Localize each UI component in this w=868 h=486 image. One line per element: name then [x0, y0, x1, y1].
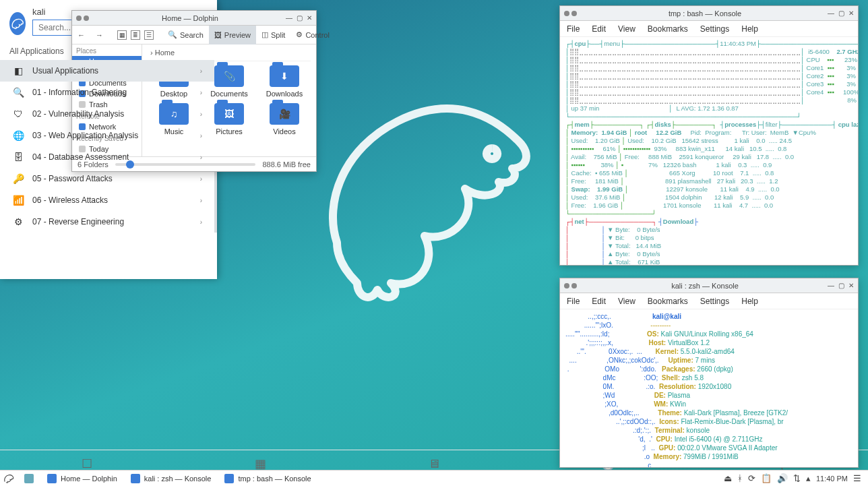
nav-back-button[interactable]: ← [72, 26, 90, 44]
maximize-icon[interactable]: ▢ [838, 282, 844, 289]
task-button[interactable]: Home — Dolphin [40, 470, 124, 487]
category-item[interactable]: 🔍01 - Information Gathering› [0, 82, 214, 103]
nav-fwd-button[interactable]: → [90, 26, 108, 44]
clock[interactable]: 11:40 PM [816, 475, 848, 483]
breadcrumb[interactable]: › Home [148, 47, 311, 61]
category-label: 03 - Web Application Analysis [32, 131, 138, 140]
view-mode-buttons[interactable]: ▦≣☰ [111, 26, 160, 44]
volume-icon[interactable]: 🔊 [777, 473, 788, 483]
minimize-icon[interactable]: — [286, 14, 292, 22]
category-icon: 🔍 [12, 86, 24, 98]
gear-icon: ⚙ [296, 30, 303, 39]
kali-dragon-icon [10, 16, 25, 31]
minimize-icon[interactable]: — [828, 282, 834, 289]
category-item[interactable]: 🛡02 - Vulnerability Analysis› [0, 103, 214, 125]
menu-file[interactable]: File [567, 297, 580, 306]
free-space: 888.6 MiB free [262, 160, 311, 169]
menu-help[interactable]: Help [741, 24, 758, 34]
search-button[interactable]: 🔍Search [162, 26, 209, 44]
places-header: Places [72, 44, 142, 56]
bluetooth-icon[interactable]: ᚼ [737, 473, 743, 483]
chevron-right-icon: › [200, 111, 202, 118]
usb-icon[interactable]: ⏏ [724, 473, 732, 483]
task-label: tmp : bash — Konsole [238, 475, 311, 483]
category-label: 02 - Vulnerability Analysis [32, 109, 124, 119]
menu-file[interactable]: File [567, 24, 580, 34]
search-icon: 🔍 [168, 30, 177, 39]
category-icon: 📶 [12, 194, 24, 206]
dolphin-title: Home — Dolphin [94, 14, 286, 22]
category-item[interactable]: 🌐03 - Web Application Analysis› [0, 125, 214, 146]
close-icon[interactable]: ✕ [848, 282, 854, 289]
category-label: Usual Applications [32, 66, 98, 75]
menu-edit[interactable]: Edit [592, 297, 606, 306]
menu-bookmarks[interactable]: Bookmarks [648, 24, 688, 34]
user-avatar[interactable] [9, 12, 26, 35]
updates-icon[interactable]: ⟳ [748, 473, 755, 483]
category-item[interactable]: ⚙07 - Reverse Engineering› [0, 211, 214, 233]
menu-view[interactable]: View [618, 297, 636, 306]
task-icon [224, 474, 234, 483]
konsole-btop-titlebar[interactable]: tmp : bash — Konsole —▢✕ [560, 6, 858, 21]
preview-button[interactable]: 🖼Preview [209, 26, 256, 44]
footer-icon: 🖥 [428, 457, 440, 471]
category-item[interactable]: 📶06 - Wireless Attacks› [0, 189, 214, 211]
folder-icon: ⬇ [270, 65, 299, 87]
task-button[interactable]: tmp : bash — Konsole [218, 470, 317, 487]
category-item[interactable]: ◧Usual Applications› [0, 60, 214, 82]
maximize-icon[interactable]: ▢ [838, 9, 844, 17]
folder-downloads[interactable]: ⬇Downloads [258, 65, 311, 98]
clipboard-icon[interactable]: 📋 [761, 473, 772, 483]
folder-videos[interactable]: 🎥Videos [258, 103, 311, 135]
menu-settings[interactable]: Settings [700, 297, 729, 306]
konsole-zsh-titlebar[interactable]: kali : zsh — Konsole —▢✕ [560, 278, 858, 293]
category-item[interactable]: 🔑05 - Password Attacks› [0, 168, 214, 189]
zsh-terminal[interactable]: ..,;:ccc,. kali@kali ......''';lxO. ----… [560, 309, 858, 467]
menu-help[interactable]: Help [741, 297, 758, 306]
close-icon[interactable]: ✕ [307, 14, 312, 22]
konsole-zsh-title: kali : zsh — Konsole [582, 282, 828, 290]
category-label: 01 - Information Gathering [32, 88, 127, 97]
task-icon [47, 474, 57, 483]
dolphin-titlebar[interactable]: Home — Dolphin —▢✕ [72, 11, 316, 26]
folder-label: Videos [258, 127, 311, 135]
category-label: 05 - Password Attacks [32, 174, 113, 183]
category-icon: ⚙ [12, 216, 24, 228]
system-tray: ⏏ ᚼ ⟳ 📋 🔊 ⇅ ▴ 11:40 PM ☰ [717, 473, 868, 483]
category-icon: ◧ [12, 65, 24, 77]
app-launcher-button[interactable] [0, 470, 18, 487]
konsole-zsh-window: kali : zsh — Konsole —▢✕ FileEditViewBoo… [559, 278, 859, 468]
kali-logo-icon [3, 473, 15, 485]
menu-edit[interactable]: Edit [592, 24, 606, 34]
show-desktop-button[interactable] [18, 470, 40, 487]
btop-terminal[interactable]: ┌┤cpu├──┤menu├────────────────────┤11:40… [560, 37, 858, 265]
split-button[interactable]: ◫Split [256, 26, 290, 44]
menu-view[interactable]: View [618, 24, 636, 34]
close-icon[interactable]: ✕ [848, 9, 854, 17]
network-tray-icon[interactable]: ⇅ [793, 473, 801, 483]
task-button[interactable]: kali : zsh — Konsole [124, 470, 218, 487]
chevron-right-icon: › [200, 89, 202, 96]
notifications-icon[interactable]: ☰ [853, 473, 861, 483]
menu-bookmarks[interactable]: Bookmarks [648, 297, 688, 306]
chevron-right-icon: › [200, 218, 202, 226]
category-label: 06 - Wireless Attacks [32, 195, 108, 205]
folder-icon: 🖼 [214, 103, 244, 125]
control-button[interactable]: ⚙Control [290, 26, 334, 44]
chevron-right-icon: › [200, 197, 202, 204]
footer-icon: ▦ [255, 456, 266, 471]
folder-icon: 🎥 [270, 103, 299, 125]
tray-expand-icon[interactable]: ▴ [806, 473, 811, 483]
category-icon: 🛡 [12, 108, 24, 120]
wallpaper-dragon [317, 67, 546, 324]
maximize-icon[interactable]: ▢ [297, 14, 303, 22]
minimize-icon[interactable]: — [828, 9, 834, 17]
task-label: kali : zsh — Konsole [144, 475, 212, 483]
category-item[interactable]: 🗄04 - Database Assessment› [0, 146, 214, 168]
preview-icon: 🖼 [214, 31, 222, 39]
folder-label: Downloads [258, 90, 311, 98]
split-icon: ◫ [261, 30, 268, 39]
chevron-right-icon: › [200, 67, 202, 75]
menu-settings[interactable]: Settings [700, 24, 729, 34]
window-buttons[interactable]: —▢✕ [286, 14, 312, 22]
